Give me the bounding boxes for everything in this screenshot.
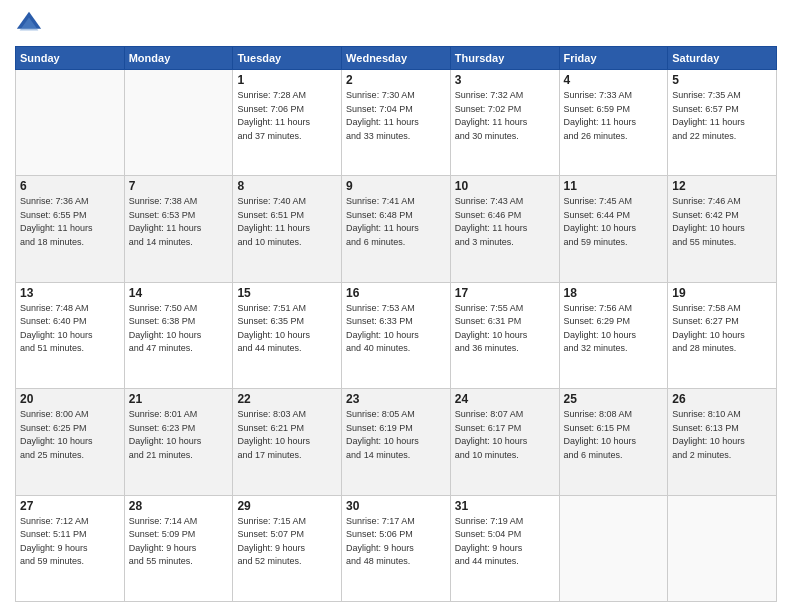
calendar-cell: 24Sunrise: 8:07 AM Sunset: 6:17 PM Dayli… — [450, 389, 559, 495]
day-number: 27 — [20, 499, 120, 513]
calendar-cell: 15Sunrise: 7:51 AM Sunset: 6:35 PM Dayli… — [233, 282, 342, 388]
day-info: Sunrise: 7:53 AM Sunset: 6:33 PM Dayligh… — [346, 302, 446, 356]
day-info: Sunrise: 7:51 AM Sunset: 6:35 PM Dayligh… — [237, 302, 337, 356]
calendar-cell: 3Sunrise: 7:32 AM Sunset: 7:02 PM Daylig… — [450, 70, 559, 176]
logo — [15, 10, 47, 38]
weekday-header-saturday: Saturday — [668, 47, 777, 70]
day-info: Sunrise: 7:56 AM Sunset: 6:29 PM Dayligh… — [564, 302, 664, 356]
week-row-4: 20Sunrise: 8:00 AM Sunset: 6:25 PM Dayli… — [16, 389, 777, 495]
calendar-cell: 8Sunrise: 7:40 AM Sunset: 6:51 PM Daylig… — [233, 176, 342, 282]
week-row-1: 1Sunrise: 7:28 AM Sunset: 7:06 PM Daylig… — [16, 70, 777, 176]
day-info: Sunrise: 8:08 AM Sunset: 6:15 PM Dayligh… — [564, 408, 664, 462]
weekday-header-wednesday: Wednesday — [342, 47, 451, 70]
calendar-cell: 30Sunrise: 7:17 AM Sunset: 5:06 PM Dayli… — [342, 495, 451, 601]
calendar-cell: 10Sunrise: 7:43 AM Sunset: 6:46 PM Dayli… — [450, 176, 559, 282]
day-info: Sunrise: 7:41 AM Sunset: 6:48 PM Dayligh… — [346, 195, 446, 249]
calendar-cell: 16Sunrise: 7:53 AM Sunset: 6:33 PM Dayli… — [342, 282, 451, 388]
calendar-cell: 5Sunrise: 7:35 AM Sunset: 6:57 PM Daylig… — [668, 70, 777, 176]
calendar-cell: 22Sunrise: 8:03 AM Sunset: 6:21 PM Dayli… — [233, 389, 342, 495]
week-row-5: 27Sunrise: 7:12 AM Sunset: 5:11 PM Dayli… — [16, 495, 777, 601]
day-info: Sunrise: 7:40 AM Sunset: 6:51 PM Dayligh… — [237, 195, 337, 249]
day-number: 20 — [20, 392, 120, 406]
calendar-cell: 29Sunrise: 7:15 AM Sunset: 5:07 PM Dayli… — [233, 495, 342, 601]
day-number: 7 — [129, 179, 229, 193]
day-info: Sunrise: 7:36 AM Sunset: 6:55 PM Dayligh… — [20, 195, 120, 249]
weekday-header-friday: Friday — [559, 47, 668, 70]
calendar-cell — [16, 70, 125, 176]
calendar-cell: 14Sunrise: 7:50 AM Sunset: 6:38 PM Dayli… — [124, 282, 233, 388]
calendar-cell: 28Sunrise: 7:14 AM Sunset: 5:09 PM Dayli… — [124, 495, 233, 601]
day-info: Sunrise: 7:33 AM Sunset: 6:59 PM Dayligh… — [564, 89, 664, 143]
day-number: 31 — [455, 499, 555, 513]
day-number: 21 — [129, 392, 229, 406]
day-info: Sunrise: 7:14 AM Sunset: 5:09 PM Dayligh… — [129, 515, 229, 569]
day-info: Sunrise: 7:30 AM Sunset: 7:04 PM Dayligh… — [346, 89, 446, 143]
day-info: Sunrise: 7:50 AM Sunset: 6:38 PM Dayligh… — [129, 302, 229, 356]
week-row-3: 13Sunrise: 7:48 AM Sunset: 6:40 PM Dayli… — [16, 282, 777, 388]
weekday-header-monday: Monday — [124, 47, 233, 70]
day-info: Sunrise: 7:17 AM Sunset: 5:06 PM Dayligh… — [346, 515, 446, 569]
day-number: 4 — [564, 73, 664, 87]
day-info: Sunrise: 7:38 AM Sunset: 6:53 PM Dayligh… — [129, 195, 229, 249]
day-number: 26 — [672, 392, 772, 406]
calendar-cell: 1Sunrise: 7:28 AM Sunset: 7:06 PM Daylig… — [233, 70, 342, 176]
calendar-cell: 13Sunrise: 7:48 AM Sunset: 6:40 PM Dayli… — [16, 282, 125, 388]
day-number: 22 — [237, 392, 337, 406]
calendar-table: SundayMondayTuesdayWednesdayThursdayFrid… — [15, 46, 777, 602]
day-number: 3 — [455, 73, 555, 87]
day-info: Sunrise: 7:48 AM Sunset: 6:40 PM Dayligh… — [20, 302, 120, 356]
day-number: 14 — [129, 286, 229, 300]
day-number: 11 — [564, 179, 664, 193]
weekday-header-sunday: Sunday — [16, 47, 125, 70]
day-number: 8 — [237, 179, 337, 193]
day-number: 2 — [346, 73, 446, 87]
calendar-cell: 31Sunrise: 7:19 AM Sunset: 5:04 PM Dayli… — [450, 495, 559, 601]
day-info: Sunrise: 7:35 AM Sunset: 6:57 PM Dayligh… — [672, 89, 772, 143]
calendar-cell: 26Sunrise: 8:10 AM Sunset: 6:13 PM Dayli… — [668, 389, 777, 495]
calendar-cell: 18Sunrise: 7:56 AM Sunset: 6:29 PM Dayli… — [559, 282, 668, 388]
calendar-cell: 20Sunrise: 8:00 AM Sunset: 6:25 PM Dayli… — [16, 389, 125, 495]
day-info: Sunrise: 8:01 AM Sunset: 6:23 PM Dayligh… — [129, 408, 229, 462]
calendar-cell: 2Sunrise: 7:30 AM Sunset: 7:04 PM Daylig… — [342, 70, 451, 176]
day-number: 23 — [346, 392, 446, 406]
day-info: Sunrise: 7:28 AM Sunset: 7:06 PM Dayligh… — [237, 89, 337, 143]
day-number: 12 — [672, 179, 772, 193]
day-number: 29 — [237, 499, 337, 513]
day-number: 10 — [455, 179, 555, 193]
day-info: Sunrise: 7:19 AM Sunset: 5:04 PM Dayligh… — [455, 515, 555, 569]
day-info: Sunrise: 8:10 AM Sunset: 6:13 PM Dayligh… — [672, 408, 772, 462]
calendar-cell: 27Sunrise: 7:12 AM Sunset: 5:11 PM Dayli… — [16, 495, 125, 601]
day-info: Sunrise: 7:43 AM Sunset: 6:46 PM Dayligh… — [455, 195, 555, 249]
header — [15, 10, 777, 38]
day-number: 24 — [455, 392, 555, 406]
calendar-cell — [668, 495, 777, 601]
day-info: Sunrise: 8:03 AM Sunset: 6:21 PM Dayligh… — [237, 408, 337, 462]
calendar-cell: 11Sunrise: 7:45 AM Sunset: 6:44 PM Dayli… — [559, 176, 668, 282]
calendar-cell: 9Sunrise: 7:41 AM Sunset: 6:48 PM Daylig… — [342, 176, 451, 282]
calendar-cell: 12Sunrise: 7:46 AM Sunset: 6:42 PM Dayli… — [668, 176, 777, 282]
day-info: Sunrise: 7:12 AM Sunset: 5:11 PM Dayligh… — [20, 515, 120, 569]
day-number: 30 — [346, 499, 446, 513]
weekday-header-thursday: Thursday — [450, 47, 559, 70]
day-info: Sunrise: 8:05 AM Sunset: 6:19 PM Dayligh… — [346, 408, 446, 462]
day-number: 17 — [455, 286, 555, 300]
day-info: Sunrise: 7:46 AM Sunset: 6:42 PM Dayligh… — [672, 195, 772, 249]
day-info: Sunrise: 7:32 AM Sunset: 7:02 PM Dayligh… — [455, 89, 555, 143]
day-info: Sunrise: 7:45 AM Sunset: 6:44 PM Dayligh… — [564, 195, 664, 249]
day-number: 16 — [346, 286, 446, 300]
day-number: 28 — [129, 499, 229, 513]
day-info: Sunrise: 7:55 AM Sunset: 6:31 PM Dayligh… — [455, 302, 555, 356]
day-info: Sunrise: 8:07 AM Sunset: 6:17 PM Dayligh… — [455, 408, 555, 462]
weekday-header-row: SundayMondayTuesdayWednesdayThursdayFrid… — [16, 47, 777, 70]
calendar-cell: 19Sunrise: 7:58 AM Sunset: 6:27 PM Dayli… — [668, 282, 777, 388]
calendar-cell: 23Sunrise: 8:05 AM Sunset: 6:19 PM Dayli… — [342, 389, 451, 495]
weekday-header-tuesday: Tuesday — [233, 47, 342, 70]
page: SundayMondayTuesdayWednesdayThursdayFrid… — [0, 0, 792, 612]
day-number: 6 — [20, 179, 120, 193]
calendar-cell: 6Sunrise: 7:36 AM Sunset: 6:55 PM Daylig… — [16, 176, 125, 282]
day-info: Sunrise: 8:00 AM Sunset: 6:25 PM Dayligh… — [20, 408, 120, 462]
calendar-cell: 7Sunrise: 7:38 AM Sunset: 6:53 PM Daylig… — [124, 176, 233, 282]
day-number: 15 — [237, 286, 337, 300]
day-number: 1 — [237, 73, 337, 87]
day-info: Sunrise: 7:15 AM Sunset: 5:07 PM Dayligh… — [237, 515, 337, 569]
